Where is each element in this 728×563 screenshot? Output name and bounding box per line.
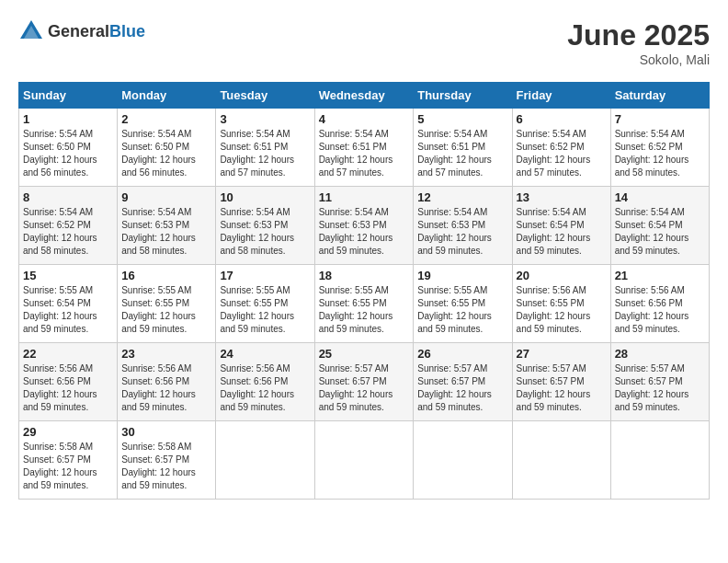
empty-cell	[216, 421, 314, 500]
day-number: 8	[23, 190, 113, 204]
day-detail: Sunrise: 5:54 AMSunset: 6:53 PMDaylight:…	[319, 207, 393, 256]
day-detail: Sunrise: 5:55 AMSunset: 6:54 PMDaylight:…	[23, 285, 97, 334]
day-detail: Sunrise: 5:56 AMSunset: 6:56 PMDaylight:…	[220, 363, 294, 412]
day-number: 16	[121, 269, 211, 282]
day-number: 1	[23, 112, 113, 126]
calendar-cell-28: 28 Sunrise: 5:57 AMSunset: 6:57 PMDaylig…	[610, 343, 709, 421]
day-number: 27	[517, 347, 607, 361]
header-wednesday: Wednesday	[314, 83, 414, 109]
day-detail: Sunrise: 5:54 AMSunset: 6:54 PMDaylight:…	[615, 207, 689, 256]
calendar-week-row: 29 Sunrise: 5:58 AMSunset: 6:57 PMDaylig…	[19, 421, 710, 500]
day-number: 15	[23, 269, 113, 282]
day-number: 30	[121, 425, 211, 439]
day-detail: Sunrise: 5:55 AMSunset: 6:55 PMDaylight:…	[220, 285, 294, 334]
day-detail: Sunrise: 5:55 AMSunset: 6:55 PMDaylight:…	[417, 285, 492, 334]
month-title: June 2025	[567, 18, 710, 52]
day-detail: Sunrise: 5:58 AMSunset: 6:57 PMDaylight:…	[23, 442, 97, 490]
day-detail: Sunrise: 5:55 AMSunset: 6:55 PMDaylight:…	[319, 285, 393, 334]
day-number: 13	[517, 190, 607, 204]
calendar-cell-23: 23 Sunrise: 5:56 AMSunset: 6:56 PMDaylig…	[118, 343, 216, 421]
calendar-cell-1: 1 Sunrise: 5:54 AMSunset: 6:50 PMDayligh…	[19, 109, 118, 187]
day-detail: Sunrise: 5:54 AMSunset: 6:53 PMDaylight:…	[121, 207, 196, 256]
day-detail: Sunrise: 5:54 AMSunset: 6:52 PMDaylight:…	[615, 129, 689, 178]
day-number: 10	[220, 190, 310, 204]
day-number: 21	[615, 269, 705, 282]
calendar-cell-20: 20 Sunrise: 5:56 AMSunset: 6:55 PMDaylig…	[512, 265, 610, 343]
calendar-cell-24: 24 Sunrise: 5:56 AMSunset: 6:56 PMDaylig…	[216, 343, 314, 421]
day-number: 25	[319, 347, 410, 361]
day-detail: Sunrise: 5:54 AMSunset: 6:53 PMDaylight:…	[417, 207, 492, 256]
day-number: 23	[121, 347, 211, 361]
day-detail: Sunrise: 5:56 AMSunset: 6:56 PMDaylight:…	[121, 363, 196, 412]
day-detail: Sunrise: 5:54 AMSunset: 6:50 PMDaylight:…	[121, 129, 196, 178]
day-number: 9	[121, 190, 211, 204]
day-detail: Sunrise: 5:54 AMSunset: 6:51 PMDaylight:…	[220, 129, 294, 178]
calendar-table: Sunday Monday Tuesday Wednesday Thursday…	[18, 82, 710, 500]
day-number: 24	[220, 347, 310, 361]
calendar-cell-3: 3 Sunrise: 5:54 AMSunset: 6:51 PMDayligh…	[216, 109, 314, 187]
calendar-cell-18: 18 Sunrise: 5:55 AMSunset: 6:55 PMDaylig…	[314, 265, 414, 343]
header-friday: Friday	[512, 83, 610, 109]
calendar-cell-22: 22 Sunrise: 5:56 AMSunset: 6:56 PMDaylig…	[19, 343, 118, 421]
day-detail: Sunrise: 5:57 AMSunset: 6:57 PMDaylight:…	[615, 363, 689, 412]
day-detail: Sunrise: 5:55 AMSunset: 6:55 PMDaylight:…	[121, 285, 196, 334]
day-number: 14	[615, 190, 705, 204]
header-thursday: Thursday	[414, 83, 512, 109]
calendar-cell-29: 29 Sunrise: 5:58 AMSunset: 6:57 PMDaylig…	[19, 421, 118, 500]
calendar-cell-11: 11 Sunrise: 5:54 AMSunset: 6:53 PMDaylig…	[314, 187, 414, 265]
day-number: 17	[220, 269, 310, 282]
empty-cell	[512, 421, 610, 500]
calendar-cell-26: 26 Sunrise: 5:57 AMSunset: 6:57 PMDaylig…	[414, 343, 512, 421]
header-tuesday: Tuesday	[216, 83, 314, 109]
day-detail: Sunrise: 5:54 AMSunset: 6:50 PMDaylight:…	[23, 129, 97, 178]
day-detail: Sunrise: 5:54 AMSunset: 6:54 PMDaylight:…	[517, 207, 591, 256]
title-area: June 2025 Sokolo, Mali	[567, 18, 710, 67]
day-detail: Sunrise: 5:54 AMSunset: 6:51 PMDaylight:…	[319, 129, 393, 178]
empty-cell	[610, 421, 709, 500]
day-number: 20	[517, 269, 607, 282]
empty-cell	[314, 421, 414, 500]
day-detail: Sunrise: 5:57 AMSunset: 6:57 PMDaylight:…	[517, 363, 591, 412]
calendar-cell-10: 10 Sunrise: 5:54 AMSunset: 6:53 PMDaylig…	[216, 187, 314, 265]
day-detail: Sunrise: 5:56 AMSunset: 6:56 PMDaylight:…	[23, 363, 97, 412]
day-number: 2	[121, 112, 211, 126]
header-monday: Monday	[118, 83, 216, 109]
day-detail: Sunrise: 5:54 AMSunset: 6:52 PMDaylight:…	[517, 129, 591, 178]
calendar-cell-2: 2 Sunrise: 5:54 AMSunset: 6:50 PMDayligh…	[118, 109, 216, 187]
day-detail: Sunrise: 5:58 AMSunset: 6:57 PMDaylight:…	[121, 442, 196, 490]
day-number: 18	[319, 269, 410, 282]
location: Sokolo, Mali	[567, 52, 710, 67]
calendar-cell-27: 27 Sunrise: 5:57 AMSunset: 6:57 PMDaylig…	[512, 343, 610, 421]
day-detail: Sunrise: 5:57 AMSunset: 6:57 PMDaylight:…	[319, 363, 393, 412]
empty-cell	[414, 421, 512, 500]
calendar-cell-21: 21 Sunrise: 5:56 AMSunset: 6:56 PMDaylig…	[610, 265, 709, 343]
day-number: 12	[417, 190, 507, 204]
day-number: 4	[319, 112, 410, 126]
calendar-week-row: 8 Sunrise: 5:54 AMSunset: 6:52 PMDayligh…	[19, 187, 710, 265]
calendar-cell-14: 14 Sunrise: 5:54 AMSunset: 6:54 PMDaylig…	[610, 187, 709, 265]
logo-general: General	[48, 22, 109, 40]
day-detail: Sunrise: 5:56 AMSunset: 6:56 PMDaylight:…	[615, 285, 689, 334]
calendar-cell-16: 16 Sunrise: 5:55 AMSunset: 6:55 PMDaylig…	[118, 265, 216, 343]
day-number: 3	[220, 112, 310, 126]
day-number: 6	[517, 112, 607, 126]
calendar-cell-4: 4 Sunrise: 5:54 AMSunset: 6:51 PMDayligh…	[314, 109, 414, 187]
calendar-cell-8: 8 Sunrise: 5:54 AMSunset: 6:52 PMDayligh…	[19, 187, 118, 265]
calendar-cell-15: 15 Sunrise: 5:55 AMSunset: 6:54 PMDaylig…	[19, 265, 118, 343]
day-number: 5	[417, 112, 507, 126]
calendar-cell-9: 9 Sunrise: 5:54 AMSunset: 6:53 PMDayligh…	[118, 187, 216, 265]
calendar-week-row: 1 Sunrise: 5:54 AMSunset: 6:50 PMDayligh…	[19, 109, 710, 187]
logo: GeneralBlue	[18, 18, 145, 44]
day-number: 11	[319, 190, 410, 204]
day-number: 7	[615, 112, 705, 126]
day-number: 19	[417, 269, 507, 282]
calendar-cell-30: 30 Sunrise: 5:58 AMSunset: 6:57 PMDaylig…	[118, 421, 216, 500]
calendar-cell-13: 13 Sunrise: 5:54 AMSunset: 6:54 PMDaylig…	[512, 187, 610, 265]
header-saturday: Saturday	[610, 83, 709, 109]
day-number: 22	[23, 347, 113, 361]
calendar-cell-7: 7 Sunrise: 5:54 AMSunset: 6:52 PMDayligh…	[610, 109, 709, 187]
calendar-cell-19: 19 Sunrise: 5:55 AMSunset: 6:55 PMDaylig…	[414, 265, 512, 343]
logo-blue: Blue	[109, 22, 145, 40]
calendar-cell-5: 5 Sunrise: 5:54 AMSunset: 6:51 PMDayligh…	[414, 109, 512, 187]
calendar-cell-12: 12 Sunrise: 5:54 AMSunset: 6:53 PMDaylig…	[414, 187, 512, 265]
